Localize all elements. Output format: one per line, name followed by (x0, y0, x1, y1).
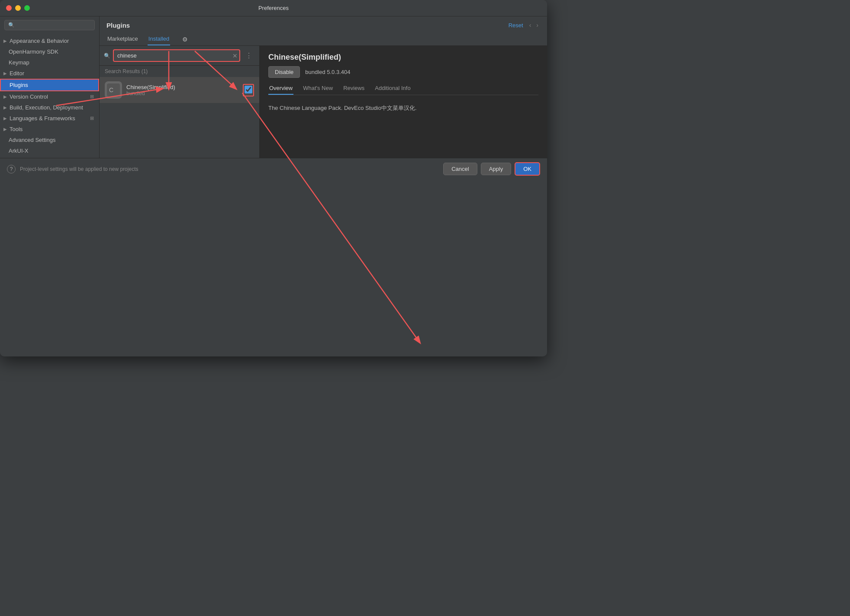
plugin-detail-actions: Disable bundled 5.0.3.404 (268, 66, 538, 78)
search-options-button[interactable]: ⋮ (243, 51, 255, 61)
close-button[interactable] (6, 5, 12, 11)
sidebar-item-advanced-settings[interactable]: Advanced Settings (0, 135, 99, 145)
apply-button[interactable]: Apply (481, 163, 512, 175)
chevron-right-icon: ▶ (3, 94, 7, 99)
tab-overview[interactable]: Overview (268, 82, 293, 95)
maximize-button[interactable] (24, 5, 30, 11)
plugin-detail-header: Chinese(Simplified) Disable bundled 5.0.… (260, 46, 547, 95)
plugin-version: bundled 5.0.3.404 (305, 69, 350, 75)
reset-button[interactable]: Reset (509, 22, 523, 29)
sidebar-item-label: Editor (10, 70, 94, 77)
tab-installed[interactable]: Installed (148, 33, 170, 45)
plugins-header: Plugins Reset ‹ › Marketplace Installed … (100, 16, 547, 46)
footer: ? Project-level settings will be applied… (0, 158, 547, 180)
plugin-detail: Chinese(Simplified) Disable bundled 5.0.… (260, 46, 547, 158)
search-results-label: Search Results (1) (100, 66, 259, 77)
plugin-bundled: bundled (126, 90, 238, 96)
disable-button[interactable]: Disable (268, 66, 300, 78)
window-title: Preferences (258, 5, 289, 11)
tab-reviews[interactable]: Reviews (342, 82, 365, 95)
sidebar-item-label: Appearance & Behavior (10, 38, 94, 44)
chevron-right-icon: ▶ (3, 127, 7, 132)
sidebar-item-appearance-behavior[interactable]: ▶ Appearance & Behavior (0, 35, 99, 46)
plugin-list: 🔍 ✕ ⋮ Search Results (1) C (100, 46, 260, 158)
sidebar-item-editor[interactable]: ▶ Editor (0, 68, 99, 79)
svg-text:C: C (109, 87, 113, 93)
sidebar-item-build-execution[interactable]: ▶ Build, Execution, Deployment (0, 102, 99, 113)
sidebar-item-label: Advanced Settings (9, 137, 94, 143)
plugin-enable-checkbox[interactable] (245, 86, 252, 93)
tab-additional-info[interactable]: Additional Info (374, 82, 411, 95)
sidebar-item-keymap[interactable]: Keymap (0, 57, 99, 68)
plugins-header-right: Reset ‹ › (509, 21, 540, 29)
sidebar-item-label: Plugins (10, 82, 93, 88)
main-content: 🔍 ▶ Appearance & Behavior OpenHarmony SD… (0, 16, 547, 158)
sidebar-item-label: ArkUI-X (9, 148, 94, 154)
plugins-tabs: Marketplace Installed ⚙ (106, 33, 540, 45)
ok-button[interactable]: OK (515, 162, 540, 176)
chevron-right-icon: ▶ (3, 38, 7, 43)
plugin-name: Chinese(Simplified) (126, 84, 238, 90)
right-panel: Plugins Reset ‹ › Marketplace Installed … (100, 16, 547, 158)
sidebar-item-openharmony-sdk[interactable]: OpenHarmony SDK (0, 46, 99, 57)
cancel-button[interactable]: Cancel (443, 163, 477, 175)
plugins-body: 🔍 ✕ ⋮ Search Results (1) C (100, 46, 547, 158)
sidebar-item-tools[interactable]: ▶ Tools (0, 124, 99, 135)
badge-icon: ⊞ (90, 94, 94, 99)
sidebar-search-box[interactable]: 🔍 (4, 20, 95, 30)
plugins-title: Plugins (106, 22, 130, 29)
minimize-button[interactable] (15, 5, 21, 11)
plugin-search-bar: 🔍 ✕ ⋮ (100, 46, 259, 66)
sidebar-item-languages-frameworks[interactable]: ▶ Languages & Frameworks ⊞ (0, 113, 99, 124)
plugin-detail-body: The Chinese Language Pack. DevEco Studio… (260, 95, 547, 158)
clear-search-button[interactable]: ✕ (232, 52, 238, 59)
plugin-icon: C (105, 81, 122, 99)
window-controls[interactable] (6, 5, 30, 11)
title-bar: Preferences (0, 0, 547, 16)
plugin-info: Chinese(Simplified) bundled (126, 84, 238, 96)
search-icon: 🔍 (8, 22, 15, 28)
sidebar-item-version-control[interactable]: ▶ Version Control ⊞ (0, 91, 99, 102)
plugin-description: The Chinese Language Pack. DevEco Studio… (268, 105, 417, 111)
sidebar-search-input[interactable] (16, 22, 91, 28)
nav-arrows: ‹ › (528, 21, 540, 29)
footer-left: ? Project-level settings will be applied… (7, 165, 138, 173)
footer-right: Cancel Apply OK (443, 162, 540, 176)
back-arrow-icon[interactable]: ‹ (528, 21, 533, 29)
plugin-checkbox-wrapper (243, 84, 254, 96)
plugin-detail-title: Chinese(Simplified) (268, 53, 538, 62)
sidebar-items-list: ▶ Appearance & Behavior OpenHarmony SDK … (0, 34, 99, 158)
help-button[interactable]: ? (7, 165, 16, 173)
sidebar-item-label: OpenHarmony SDK (9, 48, 94, 55)
sidebar-item-label: Build, Execution, Deployment (10, 104, 94, 111)
sidebar-item-arkui-x[interactable]: ArkUI-X (0, 145, 99, 156)
footer-status-text: Project-level settings will be applied t… (20, 166, 138, 172)
chevron-right-icon: ▶ (3, 71, 7, 76)
plugin-list-item[interactable]: C Chinese(Simplified) bundled (100, 77, 259, 103)
tab-whats-new[interactable]: What's New (302, 82, 334, 95)
sidebar-item-label: Keymap (9, 59, 94, 66)
sidebar-item-label: Version Control (10, 93, 87, 100)
gear-icon[interactable]: ⚙ (180, 34, 190, 45)
plugins-title-row: Plugins Reset ‹ › (106, 21, 540, 29)
detail-tabs: Overview What's New Reviews Additional I… (268, 82, 538, 95)
chevron-right-icon: ▶ (3, 116, 7, 121)
sidebar-item-label: Languages & Frameworks (10, 115, 87, 122)
badge-icon: ⊞ (90, 116, 94, 121)
tab-marketplace[interactable]: Marketplace (106, 33, 139, 45)
chevron-right-icon: ▶ (3, 105, 7, 110)
sidebar-item-plugins[interactable]: Plugins (0, 79, 99, 91)
sidebar: 🔍 ▶ Appearance & Behavior OpenHarmony SD… (0, 16, 100, 158)
plugin-search-input[interactable] (113, 49, 240, 62)
search-magnifier-icon: 🔍 (104, 53, 110, 59)
forward-arrow-icon[interactable]: › (534, 21, 540, 29)
sidebar-item-label: Tools (10, 126, 94, 132)
